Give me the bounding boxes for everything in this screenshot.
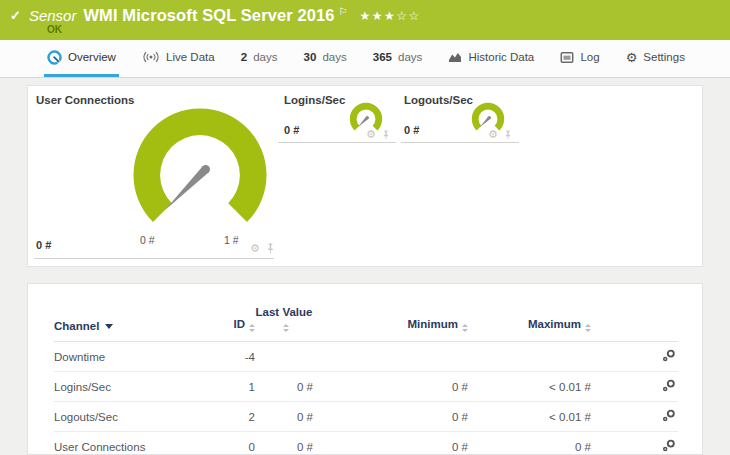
sort-carets-icon bbox=[283, 324, 289, 332]
sensor-header-row: ✓ Sensor WMI Microsoft SQL Server 2016 ⚐… bbox=[0, 0, 730, 25]
tile-divider bbox=[278, 142, 396, 143]
channel-maximum: 0 # bbox=[468, 432, 591, 455]
status-ok-check-icon: ✓ bbox=[10, 8, 21, 23]
tab-historic-data[interactable]: Historic Data bbox=[445, 40, 537, 77]
column-header-minimum[interactable]: Minimum bbox=[313, 284, 468, 342]
column-header-maximum[interactable]: Maximum bbox=[468, 284, 591, 342]
tab-label: Log bbox=[580, 51, 599, 63]
tab-label: Live Data bbox=[166, 51, 215, 63]
priority-stars-rating[interactable]: ★★★☆☆ bbox=[360, 9, 421, 23]
channel-maximum bbox=[468, 342, 591, 372]
gauge-value-logouts: 0 # bbox=[404, 124, 419, 136]
channels-table: Channel ID Last Value Minimum Maximum bbox=[54, 284, 678, 455]
column-header-label: Last Value bbox=[256, 306, 313, 318]
priority-flag-icon[interactable]: ⚐ bbox=[339, 6, 348, 17]
column-header-label: ID bbox=[234, 318, 246, 330]
area-chart-icon bbox=[448, 51, 462, 63]
gauge-scale-max: 1 # bbox=[224, 234, 239, 246]
pin-icon[interactable] bbox=[266, 243, 275, 254]
gauge-value-user-connections: 0 # bbox=[36, 239, 51, 251]
tab-settings[interactable]: ⚙ Settings bbox=[623, 40, 688, 77]
channel-last-value: 0 # bbox=[255, 432, 313, 455]
sensor-header: ✓ Sensor WMI Microsoft SQL Server 2016 ⚐… bbox=[0, 0, 730, 40]
sort-desc-caret-icon bbox=[105, 324, 113, 329]
tab-2-days[interactable]: 2 days bbox=[238, 40, 281, 77]
channel-settings-gears-icon[interactable] bbox=[662, 349, 676, 362]
column-header-label: Channel bbox=[54, 320, 99, 332]
tab-overview[interactable]: Overview bbox=[44, 40, 119, 77]
tab-365-days[interactable]: 365 days bbox=[370, 40, 425, 77]
tab-label: Historic Data bbox=[468, 51, 534, 63]
channel-id: 2 bbox=[188, 402, 255, 432]
channel-name: Downtime bbox=[54, 342, 188, 372]
tab-label: days bbox=[398, 51, 422, 63]
tile-actions: ⚙ bbox=[366, 129, 390, 140]
tab-number: 365 bbox=[373, 51, 392, 63]
broadcast-icon bbox=[142, 51, 160, 63]
page-title: WMI Microsoft SQL Server 2016 bbox=[83, 6, 334, 25]
user-connections-gauge bbox=[124, 99, 276, 232]
channel-minimum: 0 # bbox=[313, 432, 468, 455]
channel-settings-gears-icon[interactable] bbox=[662, 439, 676, 452]
column-header-channel[interactable]: Channel bbox=[54, 284, 188, 342]
prtg-sensor-overview-page: ✓ Sensor WMI Microsoft SQL Server 2016 ⚐… bbox=[0, 0, 730, 455]
channel-name: User Connections bbox=[54, 432, 188, 455]
tile-divider bbox=[401, 142, 519, 143]
channel-name: Logouts/Sec bbox=[54, 402, 188, 432]
tab-number: 30 bbox=[304, 51, 317, 63]
channel-last-value bbox=[255, 342, 313, 372]
gear-icon[interactable]: ⚙ bbox=[366, 129, 376, 140]
channel-id: 1 bbox=[188, 372, 255, 402]
channel-id: -4 bbox=[188, 342, 255, 372]
gauge-needle bbox=[165, 166, 209, 210]
column-header-label: Maximum bbox=[528, 318, 581, 330]
channel-last-value: 0 # bbox=[255, 402, 313, 432]
tab-label: Overview bbox=[68, 51, 116, 63]
status-badge: OK bbox=[47, 24, 62, 35]
tab-log[interactable]: Log bbox=[557, 40, 602, 77]
column-header-last-value[interactable]: Last Value bbox=[255, 284, 313, 342]
table-row: Downtime -4 bbox=[54, 342, 678, 372]
tab-live-data[interactable]: Live Data bbox=[139, 40, 218, 77]
gauge-title-logouts: Logouts/Sec bbox=[404, 94, 473, 106]
sort-carets-icon bbox=[462, 324, 468, 332]
table-header-row: Channel ID Last Value Minimum Maximum bbox=[54, 284, 678, 342]
table-row: Logins/Sec 1 0 # 0 # < 0.01 # bbox=[54, 372, 678, 402]
gauges-panel: User Connections 0 # 1 # 0 # ⚙ Logins/Se… bbox=[27, 85, 703, 267]
tab-30-days[interactable]: 30 days bbox=[301, 40, 350, 77]
tab-label: days bbox=[322, 51, 346, 63]
channel-id: 0 bbox=[188, 432, 255, 455]
pin-icon[interactable] bbox=[504, 130, 512, 140]
column-header-actions bbox=[591, 284, 678, 342]
gauge-title-logins: Logins/Sec bbox=[284, 94, 345, 106]
channel-minimum: 0 # bbox=[313, 402, 468, 432]
channel-settings-gears-icon[interactable] bbox=[662, 379, 676, 392]
column-header-label: Minimum bbox=[408, 318, 458, 330]
gauge-title-user-connections: User Connections bbox=[36, 94, 134, 106]
table-row: User Connections 0 0 # 0 # 0 # bbox=[54, 432, 678, 455]
channels-table-panel: Channel ID Last Value Minimum Maximum bbox=[27, 283, 703, 455]
gauge-scale-min: 0 # bbox=[140, 234, 155, 246]
tile-actions: ⚙ bbox=[488, 129, 512, 140]
tile-divider bbox=[34, 258, 274, 259]
gear-icon[interactable]: ⚙ bbox=[488, 129, 498, 140]
channel-last-value: 0 # bbox=[255, 372, 313, 402]
column-header-id[interactable]: ID bbox=[188, 284, 255, 342]
pin-icon[interactable] bbox=[382, 130, 390, 140]
tab-number: 2 bbox=[241, 51, 247, 63]
sort-carets-icon bbox=[249, 324, 255, 332]
table-row: Logouts/Sec 2 0 # 0 # < 0.01 # bbox=[54, 402, 678, 432]
gear-icon[interactable]: ⚙ bbox=[250, 243, 260, 254]
channels-table-wrap: Channel ID Last Value Minimum Maximum bbox=[28, 284, 702, 455]
log-window-icon bbox=[560, 52, 574, 63]
channel-settings-gears-icon[interactable] bbox=[662, 409, 676, 422]
sort-carets-icon bbox=[585, 324, 591, 332]
gauge-value-logins: 0 # bbox=[284, 124, 299, 136]
channel-maximum: < 0.01 # bbox=[468, 402, 591, 432]
channel-maximum: < 0.01 # bbox=[468, 372, 591, 402]
channel-minimum bbox=[313, 342, 468, 372]
tab-label: Settings bbox=[643, 51, 685, 63]
channel-name: Logins/Sec bbox=[54, 372, 188, 402]
tile-actions: ⚙ bbox=[250, 243, 275, 254]
object-kind-label: Sensor bbox=[29, 7, 77, 24]
